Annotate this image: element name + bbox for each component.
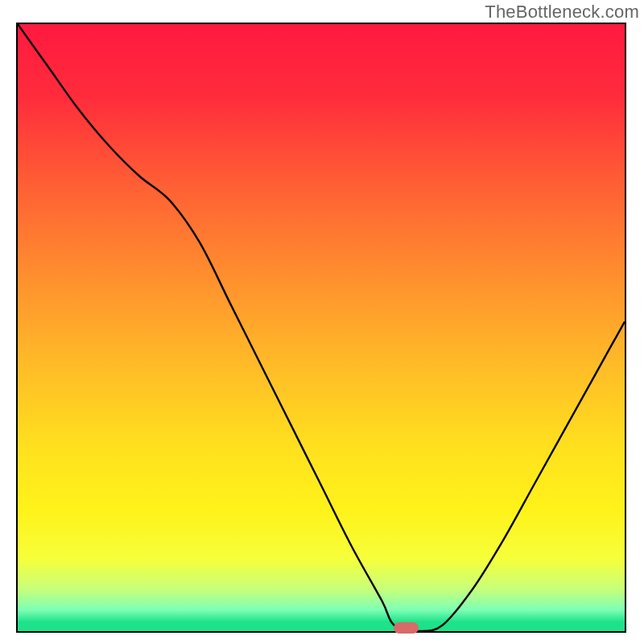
chart-container: TheBottleneck.com — [0, 0, 644, 644]
plot-background — [18, 24, 625, 631]
plot-frame — [16, 23, 626, 633]
optimum-marker — [394, 622, 418, 634]
plot-svg — [18, 24, 625, 631]
watermark-text: TheBottleneck.com — [485, 2, 639, 23]
